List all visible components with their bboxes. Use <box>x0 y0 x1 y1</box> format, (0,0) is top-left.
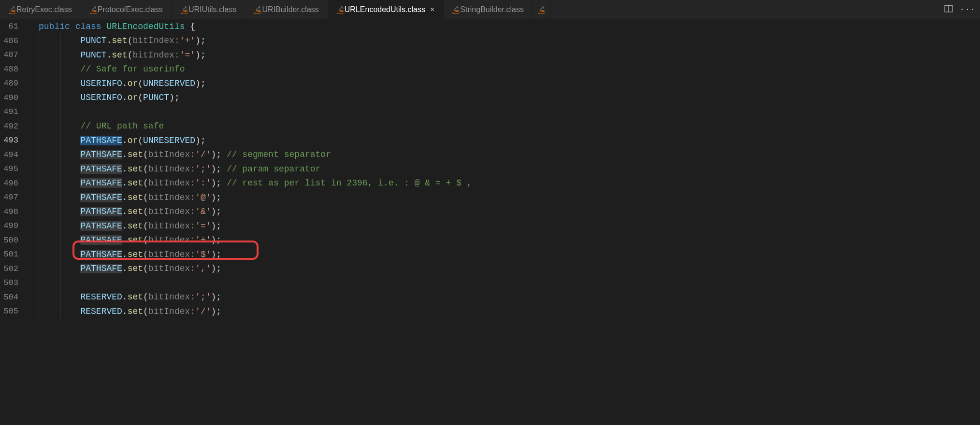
code-line: 501 PATHSAFE.set(bitIndex:'$'); <box>0 247 980 262</box>
java-icon <box>538 6 546 14</box>
code-line: 491 <box>0 105 980 119</box>
tab-label: URLEncodedUtils.class <box>345 5 425 14</box>
code-line: 494 PATHSAFE.set(bitIndex:'/'); // segme… <box>0 148 980 162</box>
code-line: 492 // URL path safe <box>0 119 980 134</box>
code-line: 498 PATHSAFE.set(bitIndex:'&'); <box>0 205 980 219</box>
tab-label: ProtocolExec.class <box>98 5 163 14</box>
code-line: 487 PUNCT.set(bitIndex:'='); <box>0 48 980 62</box>
line-number: 490 <box>0 93 28 102</box>
line-number: 491 <box>0 107 28 116</box>
java-icon <box>254 6 262 14</box>
line-number: 497 <box>0 193 28 202</box>
code-line: 495 PATHSAFE.set(bitIndex:';'); // param… <box>0 162 980 176</box>
split-editor-icon[interactable] <box>944 4 953 15</box>
code-line: 490 USERINFO.or(PUNCT); <box>0 91 980 105</box>
line-number: 501 <box>0 250 28 259</box>
line-number: 504 <box>0 293 28 302</box>
tab-label: RetryExec.class <box>16 5 72 14</box>
code-line: 505 RESERVED.set(bitIndex:'/'); <box>0 304 980 319</box>
tab-label: URIBuilder.class <box>262 5 318 14</box>
java-icon <box>9 6 16 14</box>
line-number: 488 <box>0 65 28 74</box>
more-actions-icon[interactable]: ··· <box>960 5 975 14</box>
line-number: 503 <box>0 278 28 287</box>
line-number: 496 <box>0 179 28 188</box>
code-line: 489 USERINFO.or(UNRESERVED); <box>0 76 980 91</box>
tab-overflow[interactable] <box>533 0 551 19</box>
code-line: 500 PATHSAFE.set(bitIndex:'+'); <box>0 233 980 248</box>
java-icon <box>181 6 188 14</box>
line-number: 494 <box>0 150 28 159</box>
code-line: 504 RESERVED.set(bitIndex:';'); <box>0 290 980 305</box>
tab-stringbuilder[interactable]: StringBuilder.class <box>444 0 533 19</box>
code-line: 503 <box>0 276 980 290</box>
code-line: 486 PUNCT.set(bitIndex:'+'); <box>0 34 980 48</box>
line-number: 498 <box>0 207 28 216</box>
tab-protocolexec[interactable]: ProtocolExec.class <box>81 0 172 19</box>
line-number: 486 <box>0 36 28 45</box>
line-number: 499 <box>0 221 28 230</box>
code-line: 502 PATHSAFE.set(bitIndex:','); <box>0 262 980 276</box>
tab-urlencodedutils[interactable]: URLEncodedUtils.class × <box>328 0 444 19</box>
line-number: 505 <box>0 307 28 316</box>
code-line: 61 public class URLEncodedUtils { <box>0 19 980 34</box>
line-number: 487 <box>0 50 28 59</box>
close-icon[interactable]: × <box>430 5 434 14</box>
line-number: 493 <box>0 136 28 145</box>
code-line: 497 PATHSAFE.set(bitIndex:'@'); <box>0 190 980 205</box>
line-number: 489 <box>0 79 28 88</box>
code-line: 488 // Safe for userinfo <box>0 62 980 77</box>
code-editor[interactable]: 61 public class URLEncodedUtils { 486 PU… <box>0 19 980 425</box>
tab-label: URIUtils.class <box>188 5 237 14</box>
code-line: 499 PATHSAFE.set(bitIndex:'='); <box>0 219 980 233</box>
java-icon <box>452 6 460 14</box>
tab-uriutils[interactable]: URIUtils.class <box>172 0 246 19</box>
tab-label: StringBuilder.class <box>460 5 524 14</box>
java-icon <box>337 6 345 14</box>
line-number: 61 <box>0 22 28 31</box>
line-number: 502 <box>0 264 28 273</box>
java-icon <box>90 6 98 14</box>
tab-retryexec[interactable]: RetryExec.class <box>0 0 81 19</box>
line-number: 495 <box>0 164 28 173</box>
line-number: 500 <box>0 236 28 245</box>
editor-actions: ··· <box>944 0 980 19</box>
editor-tabs: RetryExec.class ProtocolExec.class URIUt… <box>0 0 980 19</box>
tab-uribuilder[interactable]: URIBuilder.class <box>245 0 328 19</box>
line-number: 492 <box>0 122 28 131</box>
code-line: 496 PATHSAFE.set(bitIndex:':'); // rest … <box>0 176 980 191</box>
code-line: 493 PATHSAFE.or(UNRESERVED); <box>0 133 980 148</box>
